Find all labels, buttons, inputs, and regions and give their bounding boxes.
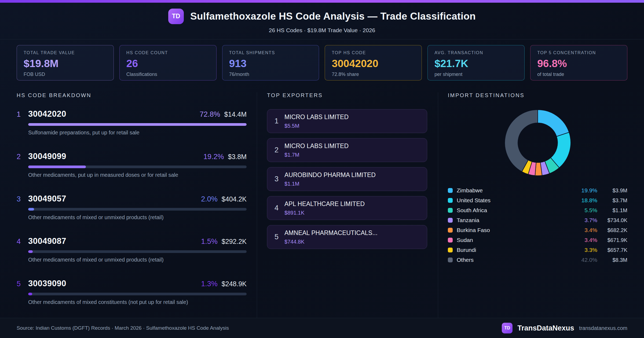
import-destinations-panel: IMPORT DESTINATIONS Zimbabwe 19.9% $3.9M… bbox=[438, 92, 627, 318]
exporter-name: APL HEALTHCARE LIMITED bbox=[284, 200, 365, 208]
hs-row: 5 30039090 1.3% $248.9K Other medicament… bbox=[17, 279, 247, 305]
stat-card: TOP 5 CONCENTRATION 96.8% of total trade bbox=[530, 45, 627, 80]
destinations-legend: Zimbabwe 19.9% $3.9M United States 18.8%… bbox=[448, 185, 627, 265]
legend-percent: 19.9% bbox=[573, 187, 597, 194]
destinations-donut-chart bbox=[504, 109, 571, 176]
legend-swatch bbox=[448, 258, 453, 262]
page-subtitle: 26 HS Codes · $19.8M Trade Value · 2026 bbox=[269, 27, 375, 34]
hs-value: $3.8M bbox=[228, 153, 247, 161]
stat-label: AVG. TRANSACTION bbox=[434, 50, 518, 55]
legend-percent: 5.5% bbox=[573, 207, 597, 214]
exporter-rank: 5 bbox=[275, 233, 279, 241]
stat-value: 913 bbox=[229, 58, 312, 69]
hs-percent: 19.2% bbox=[203, 153, 224, 161]
legend-value: $8.3M bbox=[597, 257, 627, 263]
legend-swatch bbox=[448, 248, 453, 252]
legend-country: Sudan bbox=[457, 237, 473, 243]
exporter-card[interactable]: 1 MICRO LABS LIMITED $5.5M bbox=[267, 109, 427, 133]
stat-value: 26 bbox=[126, 58, 210, 69]
hs-value: $14.4M bbox=[224, 111, 247, 118]
hs-description: Other medicaments, put up in measured do… bbox=[28, 172, 247, 178]
hs-description: Other medicaments of mixed constituents … bbox=[28, 299, 247, 305]
hs-progress-fill bbox=[28, 123, 247, 126]
brand-url[interactable]: transdatanexus.com bbox=[579, 325, 627, 331]
legend-swatch bbox=[448, 208, 453, 213]
legend-row: United States 18.8% $3.7M bbox=[448, 195, 627, 205]
exporter-card[interactable]: 5 AMNEAL PHARMACEUTICALS... $744.8K bbox=[267, 225, 427, 249]
legend-country: Tanzania bbox=[457, 217, 479, 223]
brand-logo-badge: TD bbox=[168, 9, 184, 24]
exporter-rank: 3 bbox=[275, 175, 279, 183]
hs-percent: 2.0% bbox=[201, 195, 218, 203]
hs-progress-fill bbox=[28, 166, 86, 168]
legend-percent: 42.0% bbox=[573, 257, 597, 263]
donut-slice-zimbabwe bbox=[538, 110, 569, 137]
stat-value: 96.8% bbox=[537, 58, 620, 69]
top-accent-bar bbox=[0, 0, 644, 3]
hs-row: 4 30049087 1.5% $292.2K Other medicament… bbox=[17, 236, 247, 263]
hs-rank: 4 bbox=[17, 237, 28, 246]
hs-description: Sulfonamide preparations, put up for ret… bbox=[28, 130, 247, 136]
legend-country: United States bbox=[457, 197, 491, 204]
main-content: HS CODE BREAKDOWN 1 30042020 72.8% $14.4… bbox=[17, 80, 627, 318]
hs-progress-track bbox=[28, 166, 247, 168]
legend-value: $734.0K bbox=[597, 217, 627, 223]
legend-value: $3.7M bbox=[597, 197, 627, 204]
stat-label: TOTAL SHIPMENTS bbox=[229, 50, 312, 55]
hs-code: 30049099 bbox=[28, 152, 66, 161]
stat-card: TOP HS CODE 30042020 72.8% share bbox=[325, 45, 422, 80]
stat-label: TOP HS CODE bbox=[332, 50, 415, 55]
legend-row: Burundi 3.3% $657.7K bbox=[448, 245, 627, 255]
legend-swatch bbox=[448, 188, 453, 193]
hs-breakdown-title: HS CODE BREAKDOWN bbox=[17, 92, 247, 98]
hs-percent: 1.3% bbox=[201, 280, 218, 288]
hs-rank: 5 bbox=[17, 280, 28, 288]
hs-progress-track bbox=[28, 293, 247, 295]
top-exporters-panel: TOP EXPORTERS 1 MICRO LABS LIMITED $5.5M… bbox=[257, 92, 438, 318]
footer-logo-badge: TD bbox=[502, 323, 513, 333]
hs-description: Other medicaments of mixed or unmixed pr… bbox=[28, 214, 247, 221]
legend-percent: 18.8% bbox=[573, 197, 597, 204]
exporter-rank: 1 bbox=[275, 117, 279, 125]
hs-value: $404.2K bbox=[222, 195, 247, 203]
stat-value: $19.8M bbox=[24, 58, 107, 69]
stat-card: AVG. TRANSACTION $21.7K per shipment bbox=[427, 45, 525, 80]
hs-description: Other medicaments of mixed or unmixed pr… bbox=[28, 257, 247, 263]
hs-progress-fill bbox=[28, 250, 33, 253]
exporter-card[interactable]: 2 MICRO LABS LIMITED $1.7M bbox=[267, 138, 427, 162]
legend-swatch bbox=[448, 238, 453, 243]
exporter-card[interactable]: 4 APL HEALTHCARE LIMITED $891.1K bbox=[267, 196, 427, 220]
stat-sub: of total trade bbox=[537, 72, 620, 77]
stat-label: HS CODE COUNT bbox=[126, 50, 210, 55]
legend-row: Tanzania 3.7% $734.0K bbox=[448, 215, 627, 225]
exporter-value: $1.7M bbox=[284, 152, 349, 158]
exporter-card[interactable]: 3 AUROBINDO PHARMA LIMITED $1.1M bbox=[267, 167, 427, 191]
legend-value: $657.7K bbox=[597, 247, 627, 253]
legend-country: Others bbox=[457, 257, 474, 263]
stat-sub: 76/month bbox=[229, 72, 312, 77]
footer: Source: Indian Customs (DGFT) Records · … bbox=[0, 318, 644, 338]
stats-row: TOTAL TRADE VALUE $19.8M FOB USD HS CODE… bbox=[17, 45, 627, 80]
legend-percent: 3.3% bbox=[573, 247, 597, 253]
hs-rank: 1 bbox=[17, 110, 28, 119]
source-note: Source: Indian Customs (DGFT) Records · … bbox=[17, 325, 229, 331]
exporter-name: MICRO LABS LIMITED bbox=[284, 142, 349, 150]
stat-sub: 72.8% share bbox=[332, 72, 415, 77]
hs-percent: 72.8% bbox=[200, 110, 220, 119]
hs-code: 30049057 bbox=[28, 194, 66, 204]
header: TD Sulfamethoxazole HS Code Analysis — T… bbox=[0, 3, 644, 39]
page-title: Sulfamethoxazole HS Code Analysis — Trad… bbox=[190, 11, 476, 22]
legend-country: Burundi bbox=[457, 247, 476, 253]
exporter-value: $891.1K bbox=[284, 210, 365, 216]
hs-code: 30049087 bbox=[28, 236, 66, 246]
stat-label: TOTAL TRADE VALUE bbox=[24, 50, 107, 55]
legend-country: Zimbabwe bbox=[457, 187, 483, 194]
hs-value: $292.2K bbox=[222, 238, 247, 245]
exporter-rank: 4 bbox=[275, 204, 279, 212]
legend-percent: 3.7% bbox=[573, 217, 597, 223]
stat-card: HS CODE COUNT 26 Classifications bbox=[119, 45, 217, 80]
exporter-rank: 2 bbox=[275, 146, 279, 154]
legend-row: Others 42.0% $8.3M bbox=[448, 255, 627, 265]
hs-rank: 3 bbox=[17, 195, 28, 203]
legend-value: $3.9M bbox=[597, 188, 627, 194]
